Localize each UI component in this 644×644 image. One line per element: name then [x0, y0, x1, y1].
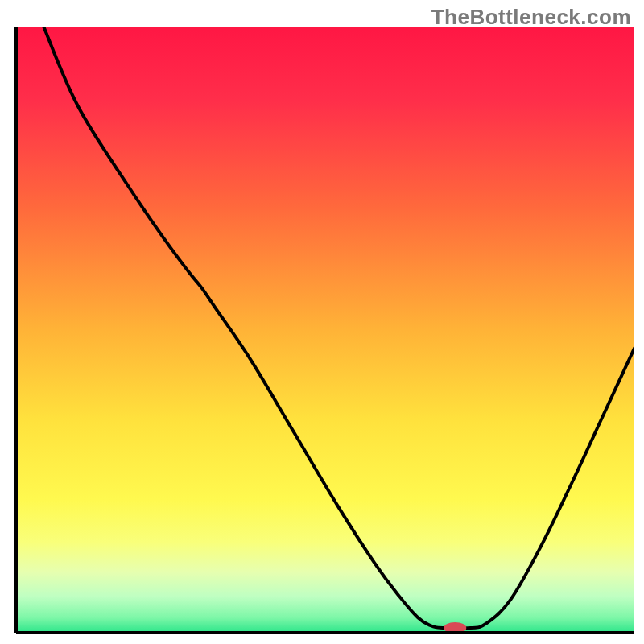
chart-container: TheBottleneck.com [0, 0, 644, 644]
watermark-text: TheBottleneck.com [431, 5, 631, 30]
bottleneck-chart [0, 0, 644, 644]
